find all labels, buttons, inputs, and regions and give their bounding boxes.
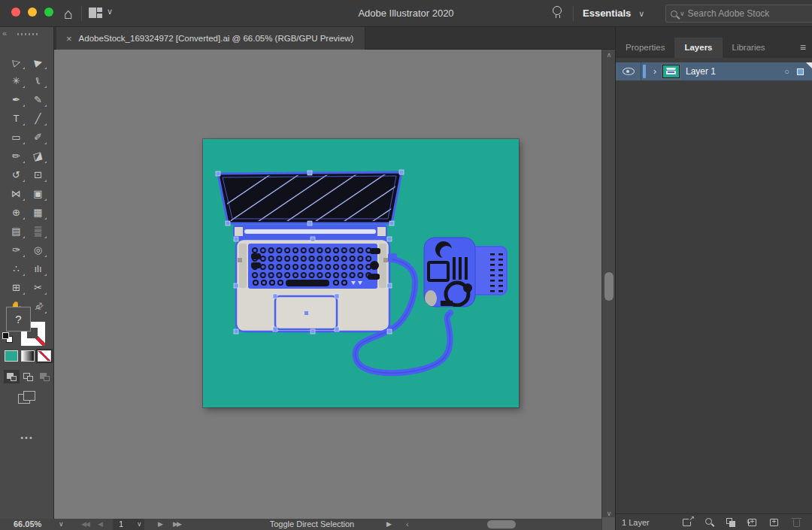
layer-thumbnail[interactable] xyxy=(662,65,680,78)
gradient-tool[interactable]: ▒ xyxy=(27,222,49,241)
none-swatch-button[interactable] xyxy=(38,350,51,362)
edit-toolbar-icon[interactable]: ••• xyxy=(0,433,54,442)
shape-builder-tool[interactable]: ⊕ xyxy=(5,203,27,222)
workspace-switcher[interactable]: Essentials∨ xyxy=(583,0,644,27)
status-menu-arrow-icon[interactable]: ▶ xyxy=(386,519,392,530)
gradient-swatch-button[interactable] xyxy=(21,350,35,362)
status-bar: 66.05% ∨ ◀◀ ◀ 1 ∨ ▶ ▶▶ Toggle Direct Sel… xyxy=(0,519,615,530)
selection-tool-icon: ▷ xyxy=(11,56,21,68)
artboard-chevron-icon[interactable]: ∨ xyxy=(137,519,142,530)
tools-panel: « ▷▶✳ℓ✒✎T╱▭✐✏◪↺⊡⋈▣⊕▦▤▒✑◎∴ılı⊞✂✋⌕ ⇄ ? ••• xyxy=(0,27,54,519)
artwork[interactable] xyxy=(203,139,519,407)
layer-expand-icon[interactable]: › xyxy=(653,66,656,77)
symbol-sprayer-tool[interactable]: ∴ xyxy=(5,259,27,278)
selection-tool[interactable]: ▷ xyxy=(5,53,27,71)
discover-lightbulb-icon[interactable] xyxy=(553,6,562,15)
free-transform-tool[interactable]: ▣ xyxy=(27,184,49,203)
scroll-down-icon[interactable]: ∨ xyxy=(602,510,616,517)
scale-tool[interactable]: ⊡ xyxy=(27,165,49,184)
color-swatch-button[interactable] xyxy=(5,350,18,362)
vertical-scroll-thumb[interactable] xyxy=(604,272,614,301)
panel-menu-icon[interactable]: ≡ xyxy=(800,38,806,58)
layer-visibility-toggle[interactable] xyxy=(616,62,641,80)
laptop-hinge[interactable] xyxy=(233,225,387,239)
vertical-scrollbar[interactable]: ∧ ∨ xyxy=(601,50,615,519)
line-segment-tool[interactable]: ╱ xyxy=(27,109,49,128)
draw-behind-mode-button[interactable] xyxy=(20,370,36,383)
laptop-screen[interactable] xyxy=(203,168,452,226)
last-artboard-button[interactable]: ▶▶ xyxy=(173,519,180,530)
type-tool[interactable]: T xyxy=(5,109,27,128)
document-tab-label: AdobeStock_169324972 [Converted].ai @ 66… xyxy=(79,34,354,43)
fill-indicator[interactable]: ? xyxy=(6,307,31,332)
gradient-tool-icon: ▒ xyxy=(35,226,41,236)
tab-libraries[interactable]: Libraries xyxy=(723,38,775,58)
scroll-left-icon[interactable]: ‹ xyxy=(406,519,409,530)
rotate-tool[interactable]: ↺ xyxy=(5,165,27,184)
lasso-tool[interactable]: ℓ xyxy=(27,71,49,90)
collect-for-export-icon[interactable]: ↗ xyxy=(682,517,694,528)
layer-name[interactable]: Layer 1 xyxy=(686,66,784,77)
lasso-tool-icon: ℓ xyxy=(35,76,41,86)
eraser-tool[interactable]: ◪ xyxy=(27,147,49,165)
shaper-tool[interactable]: ✏ xyxy=(5,147,27,165)
layer-row[interactable]: › Layer 1 ○ xyxy=(616,62,812,80)
layer-selection-bar xyxy=(643,65,646,78)
zoom-chevron-icon[interactable]: ∨ xyxy=(59,519,64,530)
tab-layers[interactable]: Layers xyxy=(674,38,722,58)
layer-target-icon[interactable]: ○ xyxy=(784,67,789,76)
status-display-text: Toggle Direct Selection xyxy=(226,519,398,530)
canvas[interactable] xyxy=(54,50,601,519)
mesh-tool[interactable]: ▤ xyxy=(5,222,27,241)
camera[interactable] xyxy=(424,238,507,307)
magic-wand-tool[interactable]: ✳ xyxy=(5,71,27,90)
artboard-tool[interactable]: ⊞ xyxy=(5,278,27,297)
perspective-grid-tool-icon: ▦ xyxy=(33,207,42,217)
eye-icon xyxy=(623,68,635,75)
blend-tool[interactable]: ◎ xyxy=(27,241,49,259)
rotate-tool-icon: ↺ xyxy=(12,170,20,180)
direct-selection-tool-icon: ▶ xyxy=(33,56,43,68)
first-artboard-button[interactable]: ◀◀ xyxy=(81,519,89,530)
width-tool[interactable]: ⋈ xyxy=(5,184,27,203)
eraser-tool-icon: ◪ xyxy=(32,150,44,162)
clipping-mask-icon[interactable] xyxy=(726,517,738,528)
search-chevron-icon[interactable]: ∨ xyxy=(680,10,685,17)
artboard[interactable] xyxy=(203,139,519,407)
document-tab[interactable]: × AdobeStock_169324972 [Converted].ai @ … xyxy=(56,27,365,50)
rectangle-tool[interactable]: ▭ xyxy=(5,128,27,147)
scroll-up-icon[interactable]: ∧ xyxy=(602,51,616,59)
default-fill-stroke-icon[interactable] xyxy=(2,332,13,343)
change-screen-mode-icon[interactable] xyxy=(18,391,36,404)
zoom-level-dropdown[interactable]: 66.05% xyxy=(14,519,41,530)
draw-inside-mode-button[interactable] xyxy=(37,370,53,383)
previous-artboard-button[interactable]: ◀ xyxy=(98,519,103,530)
new-layer-icon[interactable]: + xyxy=(769,517,781,528)
column-graph-tool-icon: ılı xyxy=(34,264,41,274)
curvature-tool[interactable]: ✎ xyxy=(27,90,49,109)
panel-tab-bar: Properties Layers Libraries xyxy=(616,38,812,58)
collapse-panel-icon[interactable]: « xyxy=(2,29,7,38)
column-graph-tool[interactable]: ılı xyxy=(27,259,49,278)
direct-selection-tool[interactable]: ▶ xyxy=(27,53,49,71)
laptop-trackpad[interactable] xyxy=(275,296,337,329)
next-artboard-button[interactable]: ▶ xyxy=(158,519,163,530)
titlebar: ⌂ ∨ Adobe Illustrator 2020 Essentials∨ ∨ xyxy=(0,0,812,27)
perspective-grid-tool[interactable]: ▦ xyxy=(27,203,49,222)
close-tab-icon[interactable]: × xyxy=(66,33,72,44)
layer-count-label: 1 Layer xyxy=(622,518,682,527)
horizontal-scroll-thumb[interactable] xyxy=(487,520,516,528)
paintbrush-tool[interactable]: ✐ xyxy=(27,128,49,147)
tab-properties[interactable]: Properties xyxy=(616,38,674,58)
panel-grip-handle[interactable] xyxy=(17,33,38,35)
new-sublayer-icon[interactable]: ↳+ xyxy=(747,517,759,528)
slice-tool[interactable]: ✂ xyxy=(27,278,49,297)
pen-tool[interactable]: ✒ xyxy=(5,90,27,109)
search-input[interactable] xyxy=(688,8,810,19)
eyedropper-tool[interactable]: ✑ xyxy=(5,241,27,259)
layer-selected-art-indicator[interactable] xyxy=(797,68,804,75)
adobe-stock-search: ∨ xyxy=(665,5,812,23)
locate-object-icon[interactable] xyxy=(704,517,716,528)
draw-normal-mode-button[interactable] xyxy=(4,370,20,383)
delete-layer-icon[interactable] xyxy=(791,517,803,528)
